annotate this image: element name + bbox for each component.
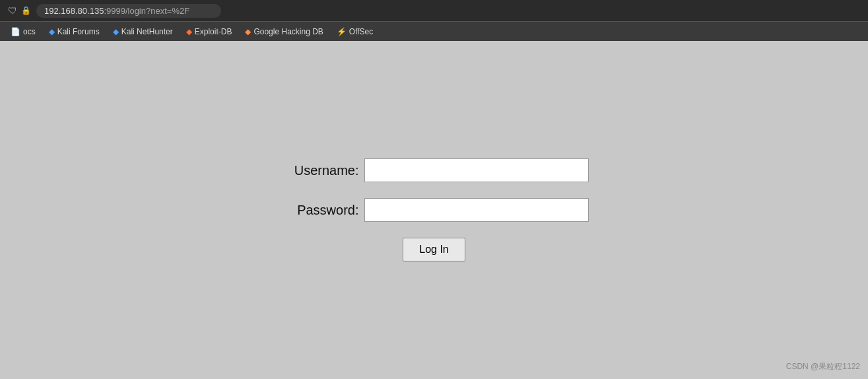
page-content: Username: Password: Log In CSDN @果粒程1122 [0, 41, 868, 379]
bookmark-google-hacking-db[interactable]: ◆ Google Hacking DB [240, 25, 328, 38]
login-form: Username: Password: Log In [280, 158, 589, 261]
address-bar-row: 🛡 🔒 192.168.80.135:9999/login?next=%2F [0, 0, 868, 21]
password-input[interactable] [364, 198, 589, 222]
username-input[interactable] [364, 158, 589, 182]
bookmark-kali-forums[interactable]: ◆ Kali Forums [44, 25, 105, 38]
bookmark-google-hacking-db-label: Google Hacking DB [253, 27, 323, 36]
kali-nethunter-icon: ◆ [113, 27, 119, 36]
login-button-row: Log In [280, 238, 589, 261]
bookmark-offsetsec[interactable]: ⚡ OffSec [331, 25, 378, 38]
bookmarks-bar: 📄 ocs ◆ Kali Forums ◆ Kali NetHunter ◆ E… [0, 21, 868, 41]
bookmark-exploit-db[interactable]: ◆ Exploit-DB [181, 25, 238, 38]
username-row: Username: [280, 158, 589, 182]
bookmark-kali-forums-label: Kali Forums [57, 27, 100, 36]
bookmark-exploit-db-label: Exploit-DB [195, 27, 232, 36]
address-bar[interactable]: 192.168.80.135:9999/login?next=%2F [36, 4, 221, 18]
exploit-db-icon: ◆ [186, 27, 192, 36]
url-path: :9999/login?next=%2F [104, 6, 189, 16]
bookmark-offsetsec-label: OffSec [349, 27, 373, 36]
bookmark-docs[interactable]: 📄 ocs [5, 25, 41, 38]
kali-forums-icon: ◆ [49, 27, 55, 36]
google-hacking-db-icon: ◆ [245, 27, 251, 36]
bookmark-kali-nethunter[interactable]: ◆ Kali NetHunter [108, 25, 178, 38]
bookmark-docs-label: ocs [23, 27, 36, 36]
watermark: CSDN @果粒程1122 [786, 361, 860, 372]
docs-icon: 📄 [11, 27, 20, 36]
password-label: Password: [280, 203, 359, 218]
lock-icon: 🔒 [21, 6, 31, 15]
login-button[interactable]: Log In [403, 238, 465, 261]
address-url: 192.168.80.135:9999/login?next=%2F [44, 6, 189, 16]
url-host: 192.168.80.135 [44, 6, 104, 16]
bookmark-kali-nethunter-label: Kali NetHunter [121, 27, 173, 36]
shield-icon: 🛡 [8, 5, 17, 16]
browser-chrome: 🛡 🔒 192.168.80.135:9999/login?next=%2F 📄… [0, 0, 868, 41]
address-icons: 🛡 🔒 [8, 5, 31, 16]
offsetsec-icon: ⚡ [337, 27, 347, 36]
username-label: Username: [280, 163, 359, 178]
password-row: Password: [280, 198, 589, 222]
